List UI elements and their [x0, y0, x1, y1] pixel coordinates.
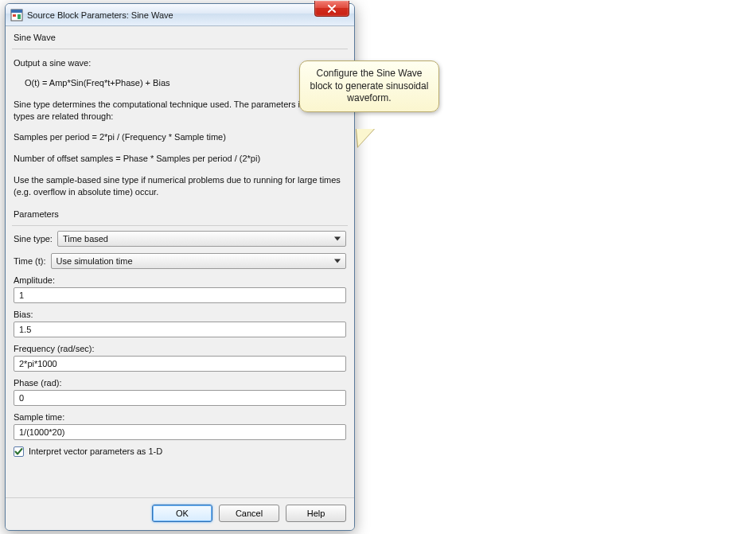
time-select[interactable]: Use simulation time: [51, 253, 346, 269]
cancel-button[interactable]: Cancel: [219, 505, 279, 522]
amplitude-field: Amplitude:: [14, 275, 346, 303]
bias-input[interactable]: [14, 322, 346, 337]
sine-type-row: Sine type: Time based: [14, 231, 346, 247]
dialog-footer: OK Cancel Help: [6, 497, 354, 530]
sample-time-label: Sample time:: [14, 412, 346, 422]
vector-1d-row: Interpret vector parameters as 1-D: [14, 446, 346, 457]
phase-input[interactable]: [14, 390, 346, 406]
ok-button[interactable]: OK: [152, 505, 212, 522]
frequency-field: Frequency (rad/sec):: [14, 344, 346, 372]
parameters-section-label: Parameters: [14, 208, 346, 222]
window-title: Source Block Parameters: Sine Wave: [27, 10, 173, 20]
app-icon: [10, 9, 23, 21]
help-button[interactable]: Help: [286, 505, 346, 522]
block-name-header: Sine Wave: [14, 31, 346, 45]
desc-formula: O(t) = Amp*Sin(Freq*t+Phase) + Bias: [14, 76, 346, 91]
frequency-label: Frequency (rad/sec):: [14, 344, 346, 353]
desc-offset-samples: Number of offset samples = Phase * Sampl…: [14, 151, 346, 166]
ok-button-label: OK: [176, 509, 189, 518]
sine-type-value: Time based: [63, 234, 108, 244]
amplitude-input[interactable]: [14, 287, 346, 303]
desc-note: Use the sample-based sine type if numeri…: [14, 173, 346, 200]
svg-rect-2: [13, 14, 16, 17]
check-icon: [14, 447, 23, 456]
sine-type-label: Sine type:: [14, 234, 53, 244]
phase-field: Phase (rad):: [14, 378, 346, 406]
time-value: Use simulation time: [57, 256, 133, 266]
hint-tooltip-text: Configure the Sine Wave block to generat…: [310, 68, 429, 103]
phase-label: Phase (rad):: [14, 378, 346, 388]
bias-field: Bias:: [14, 310, 346, 337]
time-row: Time (t): Use simulation time: [14, 253, 346, 269]
divider: [12, 49, 348, 49]
time-label: Time (t):: [14, 256, 46, 266]
desc-sinetype: Sine type determines the computational t…: [14, 97, 346, 124]
divider: [12, 225, 348, 226]
vector-1d-checkbox[interactable]: [14, 446, 24, 457]
close-button[interactable]: [314, 1, 349, 17]
desc-output: Output a sine wave:: [14, 56, 346, 71]
cancel-button-label: Cancel: [236, 509, 263, 518]
close-icon: [327, 5, 337, 13]
titlebar[interactable]: Source Block Parameters: Sine Wave: [6, 4, 354, 26]
vector-1d-label: Interpret vector parameters as 1-D: [29, 446, 162, 456]
desc-samples-per-period: Samples per period = 2*pi / (Frequency *…: [14, 130, 346, 145]
amplitude-label: Amplitude:: [14, 275, 346, 285]
sine-type-select[interactable]: Time based: [57, 231, 346, 247]
sample-time-input[interactable]: [14, 424, 346, 440]
frequency-input[interactable]: [14, 356, 346, 372]
help-button-label: Help: [307, 509, 325, 518]
svg-rect-3: [18, 14, 21, 19]
description-block: Output a sine wave: O(t) = Amp*Sin(Freq*…: [14, 54, 346, 205]
svg-rect-1: [11, 10, 22, 13]
bias-label: Bias:: [14, 310, 346, 319]
sample-time-field: Sample time:: [14, 412, 346, 440]
hint-tooltip: Configure the Sine Wave block to generat…: [299, 60, 439, 112]
